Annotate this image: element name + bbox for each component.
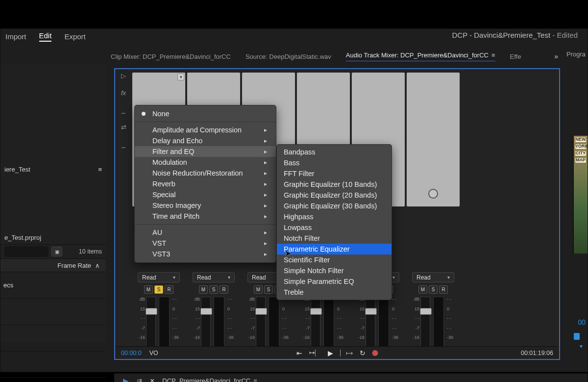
fx-icon[interactable]: fx (121, 89, 126, 97)
submenu-item[interactable]: Graphic Equalizer (20 Bands) (277, 190, 392, 201)
tab-effects[interactable]: Effe (510, 53, 521, 60)
ripple-tool-icon[interactable]: ⇉ (137, 377, 142, 382)
new-bin-icon[interactable]: ▣ (51, 247, 62, 256)
solo-button[interactable]: S (429, 285, 438, 294)
automation-mode-dropdown[interactable]: Read▾ (193, 272, 235, 282)
automation-mode-dropdown[interactable]: Read▾ (412, 272, 454, 282)
list-item[interactable] (0, 299, 106, 325)
solo-button[interactable]: S (154, 285, 163, 294)
fader-handle[interactable] (310, 308, 322, 315)
sends-icon[interactable]: ⇄ (121, 124, 126, 131)
submenu-arrow-icon: ▸ (251, 127, 267, 133)
submenu-item[interactable]: Treble (277, 287, 392, 298)
volume-fader[interactable] (201, 297, 211, 350)
list-item[interactable]: ecs (0, 272, 106, 299)
volume-fader[interactable] (146, 297, 156, 350)
panel-menu-icon[interactable]: ≡ (491, 51, 495, 59)
menu-item-none[interactable]: None (135, 108, 276, 119)
record-icon[interactable] (372, 350, 378, 356)
submenu-item[interactable]: Parametric Equalizer (277, 244, 392, 255)
record-arm-button[interactable]: R (165, 285, 173, 294)
step-forward-icon[interactable]: ⎸↦ (340, 349, 353, 357)
playhead-marker-icon[interactable] (574, 333, 580, 340)
submenu-item[interactable]: Scientific Filter (277, 255, 392, 265)
pan-knob[interactable] (428, 189, 438, 199)
overflow-chevron-icon[interactable]: » (554, 52, 558, 60)
tab-program[interactable]: Progra (566, 51, 586, 58)
timecode-in[interactable]: 00:00:0 (121, 350, 142, 357)
sequence-name[interactable]: DCP_Premiere&Davinci_forCC≡ (162, 377, 257, 382)
submenu-item[interactable]: Bass (277, 157, 392, 168)
menu-item-filter-eq[interactable]: Filter and EQ▸ (135, 146, 276, 157)
tab-import[interactable]: Import (5, 32, 26, 41)
hamburger-icon[interactable]: ≡ (98, 166, 102, 173)
menu-item[interactable]: Special▸ (135, 189, 276, 200)
list-item[interactable] (0, 352, 106, 378)
project-panel: iere_Test ≡ e_Test.prproj ▣ 10 items Fra… (0, 64, 106, 342)
tab-audio-track-mixer[interactable]: Audio Track Mixer: DCP_Premiere&Davinci_… (346, 51, 495, 61)
step-back-icon[interactable]: ↦⎸ (309, 349, 321, 357)
menu-item-vst[interactable]: VST▸ (135, 238, 276, 249)
sequence-menu-icon[interactable]: ≡ (253, 377, 257, 382)
mixer-footer: 00:00:0 VO ⇤ ↦⎸ ▶ ⎸↦ ↻ 00:01:19:06 (115, 346, 559, 359)
menu-item-au[interactable]: AU▸ (135, 227, 276, 238)
volume-fader[interactable] (420, 297, 430, 350)
solo-button[interactable]: S (209, 285, 218, 294)
tab-export[interactable]: Export (64, 32, 85, 41)
submenu-item[interactable]: Bandpass (277, 147, 392, 157)
menu-item[interactable]: Stereo Imagery▸ (135, 200, 276, 211)
tab-edit[interactable]: Edit (39, 31, 52, 42)
mute-button[interactable]: M (254, 285, 263, 294)
submenu-item[interactable]: Notch Filter (277, 233, 392, 244)
list-item[interactable]: Premiere to Davi (0, 378, 106, 382)
record-arm-button[interactable]: R (220, 285, 228, 294)
fader-handle[interactable] (365, 308, 377, 315)
submenu-item[interactable]: Simple Parametric EQ (277, 276, 392, 287)
submenu-item[interactable]: Lowpass (277, 222, 392, 233)
menu-item[interactable]: Amplitude and Compression▸ (135, 125, 276, 135)
sort-up-icon[interactable]: ∧ (95, 262, 100, 269)
menu-item[interactable]: Delay and Echo▸ (135, 135, 276, 146)
fader-handle[interactable] (146, 308, 157, 315)
go-to-in-icon[interactable]: ⇤ (296, 349, 302, 357)
menu-item[interactable]: Modulation▸ (135, 157, 276, 168)
msr-buttons: M S R (199, 285, 228, 294)
project-search-input[interactable] (4, 246, 49, 257)
show-sends-icon[interactable]: ▷ (121, 72, 126, 79)
bin-name[interactable]: iere_Test (4, 166, 30, 173)
list-item[interactable] (0, 325, 106, 352)
fader-handle[interactable] (255, 308, 267, 315)
fader-handle[interactable] (420, 308, 432, 315)
column-header[interactable]: Frame Rate ∧ (0, 258, 106, 272)
menu-item-vst3[interactable]: VST3▸ (135, 249, 276, 259)
fx-slot-dropdown-icon[interactable]: ▾ (177, 74, 184, 80)
solo-button[interactable]: S (264, 285, 273, 294)
menu-item[interactable]: Time and Pitch▸ (135, 211, 276, 222)
mute-button[interactable]: M (418, 285, 427, 294)
fader-handle[interactable] (200, 308, 212, 315)
submenu-item[interactable]: Graphic Equalizer (10 Bands) (277, 179, 392, 190)
volume-fader[interactable] (366, 297, 375, 350)
fx-category-menu: None Amplitude and Compression▸ Delay an… (134, 105, 276, 263)
project-file: e_Test.prproj (4, 234, 41, 241)
submenu-item[interactable]: Simple Notch Filter (277, 265, 392, 276)
play-icon[interactable]: ▶ (328, 349, 333, 357)
mute-button[interactable]: M (144, 285, 153, 294)
mute-button[interactable]: M (199, 285, 208, 294)
panel-tabs: Clip Mixer: DCP_Premiere&Davinci_forCC S… (111, 50, 558, 63)
channel-slot[interactable] (406, 72, 460, 207)
record-arm-button[interactable]: R (439, 285, 448, 294)
volume-fader[interactable] (256, 297, 266, 350)
menu-item[interactable]: Reverb▸ (135, 178, 276, 189)
close-sequence-icon[interactable]: × (150, 377, 154, 382)
submenu-item[interactable]: Graphic Equalizer (30 Bands) (277, 201, 392, 211)
tab-source[interactable]: Source: DeepDigitalStatic.wav (245, 53, 331, 60)
selection-tool-icon[interactable]: ▶ (123, 377, 129, 382)
submenu-item[interactable]: FFT Filter (277, 168, 392, 179)
tab-clip-mixer[interactable]: Clip Mixer: DCP_Premiere&Davinci_forCC (111, 53, 231, 60)
loop-icon[interactable]: ↻ (360, 349, 366, 357)
menu-item[interactable]: Noise Reduction/Restoration▸ (135, 168, 276, 178)
volume-fader[interactable] (311, 297, 320, 350)
automation-mode-dropdown[interactable]: Read▾ (138, 272, 180, 282)
submenu-item[interactable]: Highpass (277, 211, 392, 222)
